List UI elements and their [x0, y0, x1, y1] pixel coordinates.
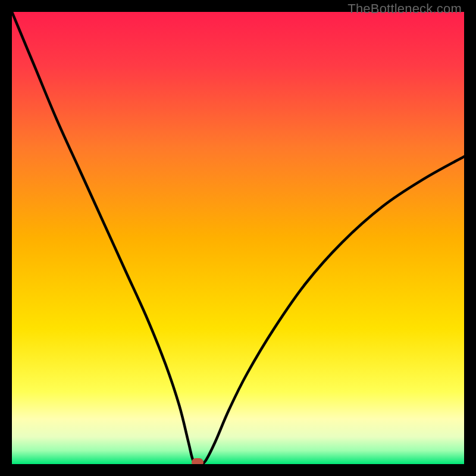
plot-area: [12, 12, 464, 464]
chart-frame: TheBottleneck.com: [0, 0, 476, 476]
optimal-marker: [192, 458, 203, 464]
watermark-text: TheBottleneck.com: [347, 1, 462, 17]
bottleneck-curve: [12, 12, 464, 464]
